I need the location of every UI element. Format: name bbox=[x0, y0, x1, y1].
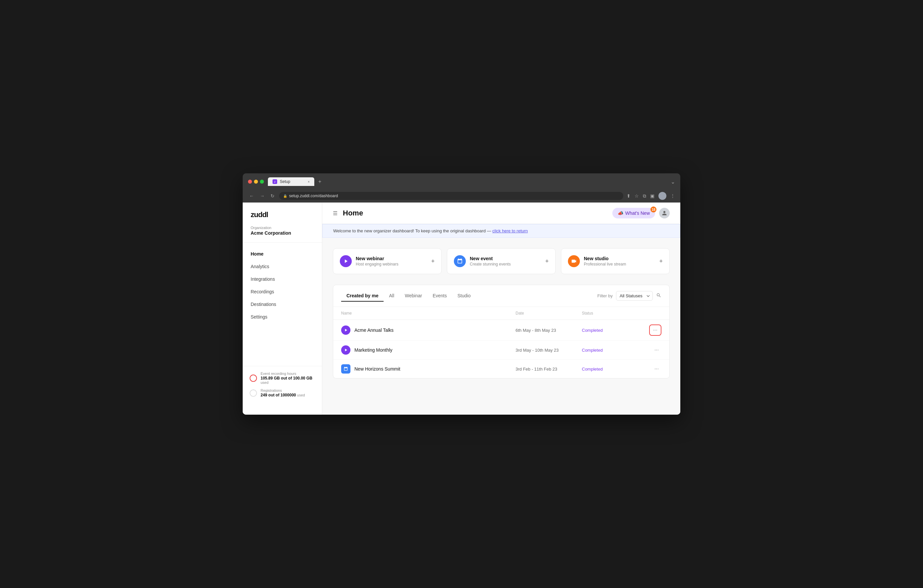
new-webinar-card[interactable]: New webinar Host engaging webinars + bbox=[333, 248, 442, 274]
close-window-button[interactable] bbox=[248, 180, 252, 184]
sidebar-item-analytics[interactable]: Analytics bbox=[247, 261, 318, 273]
col-actions bbox=[642, 311, 662, 315]
row-more-button-horizons[interactable]: ··· bbox=[652, 365, 662, 373]
table-row: Marketing Monthly 3rd May - 10th May 23 … bbox=[333, 341, 669, 360]
split-view-button[interactable]: ▣ bbox=[650, 193, 654, 199]
tab-title: Setup bbox=[280, 179, 290, 184]
recording-value: 105.89 GB out of 100.00 GB bbox=[261, 376, 312, 381]
main-content: ☰ Home 📣 What's New 18 bbox=[322, 202, 680, 415]
row-status-horizons: Completed bbox=[582, 366, 642, 371]
traffic-lights bbox=[248, 180, 264, 184]
filter-label: Filter by bbox=[598, 293, 613, 298]
main-header-left: ☰ Home bbox=[333, 209, 363, 217]
new-studio-card[interactable]: New studio Professional live stream + bbox=[561, 248, 670, 274]
search-button[interactable] bbox=[656, 293, 662, 299]
reload-button[interactable]: ↻ bbox=[269, 192, 276, 199]
org-label: Organization bbox=[251, 226, 314, 230]
table-tabs: Created by me All Webinar Events Studio bbox=[341, 290, 476, 301]
content-area: New webinar Host engaging webinars + N bbox=[322, 238, 680, 389]
user-avatar-button[interactable] bbox=[659, 208, 670, 218]
row-event-icon-horizons bbox=[341, 364, 350, 374]
address-bar[interactable]: 🔒 setup.zuddl.com/dashboard bbox=[279, 192, 623, 200]
tab-close-button[interactable]: × bbox=[308, 180, 310, 184]
new-event-card[interactable]: New event Create stunning events + bbox=[447, 248, 556, 274]
tab-webinar[interactable]: Webinar bbox=[399, 290, 427, 302]
row-actions-acme: ··· bbox=[642, 325, 662, 336]
extensions-button[interactable]: ⧉ bbox=[643, 193, 646, 199]
sidebar-item-integrations[interactable]: Integrations bbox=[247, 273, 318, 285]
play-icon bbox=[343, 328, 348, 332]
tab-all[interactable]: All bbox=[384, 290, 399, 302]
table-header: Created by me All Webinar Events Studio … bbox=[333, 285, 669, 307]
status-filter-select[interactable]: All Statuses bbox=[616, 291, 653, 301]
sidebar-item-settings[interactable]: Settings bbox=[247, 311, 318, 323]
whats-new-button[interactable]: 📣 What's New 18 bbox=[613, 208, 655, 218]
tab-studio[interactable]: Studio bbox=[452, 290, 476, 302]
banner-text: Welcome to the new organizer dashboard! … bbox=[333, 228, 492, 233]
event-desc: Create stunning events bbox=[470, 262, 541, 266]
table-row: New Horizons Summit 3rd Feb - 11th Feb 2… bbox=[333, 360, 669, 378]
return-link[interactable]: click here to return bbox=[492, 228, 528, 233]
studio-icon bbox=[568, 255, 580, 267]
play-icon bbox=[343, 258, 349, 264]
sidebar-item-destinations[interactable]: Destinations bbox=[247, 298, 318, 310]
browser-menu-button[interactable]: ⌄ bbox=[671, 179, 675, 185]
browser-options-button[interactable]: ⋮ bbox=[670, 193, 675, 199]
sidebar: zuddl Organization Acme Corporation Home… bbox=[243, 202, 322, 415]
browser-tab-setup[interactable]: Z Setup × bbox=[268, 177, 314, 186]
logo: zuddl bbox=[243, 210, 322, 226]
tab-created-by-me[interactable]: Created by me bbox=[341, 290, 384, 302]
tab-events[interactable]: Events bbox=[427, 290, 452, 302]
header-actions: 📣 What's New 18 bbox=[613, 208, 670, 218]
sidebar-nav: Home Analytics Integrations Recordings D… bbox=[243, 248, 322, 366]
calendar-icon bbox=[457, 258, 463, 264]
row-name-acme: Acme Annual Talks bbox=[341, 325, 516, 335]
back-button[interactable]: ← bbox=[248, 192, 255, 199]
search-icon bbox=[656, 293, 662, 298]
bookmark-button[interactable]: ☆ bbox=[635, 193, 639, 199]
app-container: zuddl Organization Acme Corporation Home… bbox=[243, 202, 680, 415]
row-more-button-marketing[interactable]: ··· bbox=[652, 346, 662, 354]
webinar-title: New webinar bbox=[356, 256, 427, 261]
table-filters: Filter by All Statuses bbox=[598, 291, 662, 301]
hamburger-button[interactable]: ☰ bbox=[333, 210, 338, 217]
webinar-text: New webinar Host engaging webinars bbox=[356, 256, 427, 266]
sidebar-item-home[interactable]: Home bbox=[247, 248, 318, 260]
tab-bar: Z Setup × + bbox=[268, 177, 671, 186]
whats-new-label: What's New bbox=[625, 210, 650, 216]
webinar-plus: + bbox=[431, 258, 435, 265]
main-header: ☰ Home 📣 What's New 18 bbox=[322, 202, 680, 224]
event-icon bbox=[454, 255, 466, 267]
recording-usage-icon bbox=[249, 374, 257, 382]
browser-nav-bar: ← → ↻ 🔒 setup.zuddl.com/dashboard ⬆ ☆ ⧉ … bbox=[243, 189, 680, 202]
webinar-icon bbox=[340, 255, 352, 267]
studio-title: New studio bbox=[584, 256, 655, 261]
row-more-button-acme[interactable]: ··· bbox=[649, 325, 662, 336]
org-section: Organization Acme Corporation bbox=[243, 226, 322, 243]
col-name: Name bbox=[341, 311, 516, 315]
row-actions-marketing: ··· bbox=[642, 346, 662, 354]
webinar-desc: Host engaging webinars bbox=[356, 262, 427, 266]
sidebar-footer: Event recording hours 105.89 GB out of 1… bbox=[243, 366, 322, 407]
megaphone-icon: 📣 bbox=[618, 210, 623, 216]
whats-new-badge: 18 bbox=[650, 207, 657, 212]
calendar-icon bbox=[343, 366, 348, 371]
profile-button[interactable] bbox=[659, 192, 667, 200]
row-status-marketing: Completed bbox=[582, 348, 642, 353]
sidebar-item-recordings[interactable]: Recordings bbox=[247, 286, 318, 298]
org-name: Acme Corporation bbox=[251, 230, 314, 236]
row-title-marketing: Marketing Monthly bbox=[355, 347, 392, 353]
recording-sub: used bbox=[261, 381, 269, 384]
row-date-marketing: 3rd May - 10th May 23 bbox=[516, 348, 582, 353]
share-button[interactable]: ⬆ bbox=[627, 193, 631, 199]
browser-title-bar: Z Setup × + ⌄ bbox=[243, 173, 680, 189]
studio-text: New studio Professional live stream bbox=[584, 256, 655, 266]
maximize-window-button[interactable] bbox=[260, 180, 264, 184]
studio-desc: Professional live stream bbox=[584, 262, 655, 266]
tab-favicon: Z bbox=[273, 179, 277, 184]
browser-window: Z Setup × + ⌄ ← → ↻ 🔒 setup.zuddl.com/da… bbox=[243, 173, 680, 415]
registrations-value: 249 out of 1000000 bbox=[261, 393, 296, 397]
new-tab-button[interactable]: + bbox=[315, 177, 324, 186]
minimize-window-button[interactable] bbox=[254, 180, 258, 184]
forward-button[interactable]: → bbox=[259, 192, 266, 199]
